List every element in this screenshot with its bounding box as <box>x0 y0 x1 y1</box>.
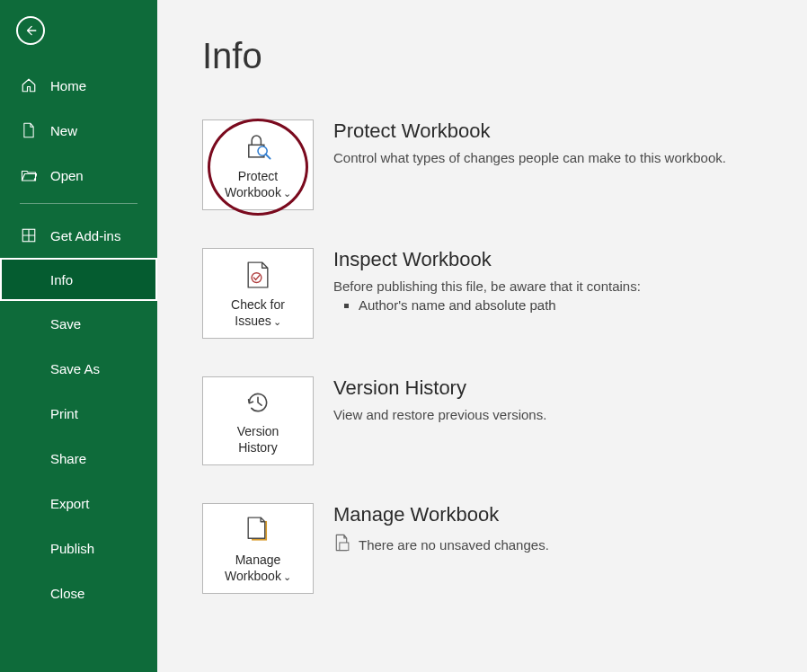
sidebar-label-open: Open <box>50 168 84 183</box>
sidebar-label-save: Save <box>50 316 81 332</box>
sidebar-item-open[interactable]: Open <box>0 153 157 198</box>
manage-workbook-label: Manage Workbook⌄ <box>225 553 291 584</box>
sidebar-item-saveas[interactable]: Save As <box>0 346 157 391</box>
chevron-down-icon: ⌄ <box>273 316 281 329</box>
protect-tile-label: Protect Workbook⌄ <box>225 169 291 200</box>
manage-desc: There are no unsaved changes. <box>359 537 549 553</box>
version-heading: Version History <box>333 376 546 400</box>
check-issues-icon <box>244 260 272 290</box>
version-desc: View and restore previous versions. <box>333 407 546 422</box>
protect-workbook-tile[interactable]: Protect Workbook⌄ <box>202 119 314 210</box>
sidebar-label-addins: Get Add-ins <box>50 228 120 243</box>
chevron-down-icon: ⌄ <box>283 571 291 584</box>
version-history-tile[interactable]: Version History <box>202 376 314 465</box>
row-protect: Protect Workbook⌄ Protect Workbook Contr… <box>202 119 771 210</box>
back-arrow-icon <box>24 24 37 37</box>
sidebar-label-print: Print <box>50 406 78 421</box>
sidebar-label-info: Info <box>50 272 73 287</box>
version-section-text: Version History View and restore previou… <box>333 376 546 422</box>
row-inspect: Check for Issues⌄ Inspect Workbook Befor… <box>202 248 771 339</box>
sidebar-item-export[interactable]: Export <box>0 481 157 526</box>
sidebar-item-print[interactable]: Print <box>0 391 157 436</box>
inspect-bullet-1: Author's name and absolute path <box>359 297 641 313</box>
sidebar-item-addins[interactable]: Get Add-ins <box>0 213 157 258</box>
check-issues-tile[interactable]: Check for Issues⌄ <box>202 248 314 339</box>
version-history-icon <box>244 388 272 417</box>
sidebar-label-share: Share <box>50 451 86 466</box>
protect-icon <box>243 131 273 162</box>
sidebar-item-info[interactable]: Info <box>0 258 157 301</box>
inspect-desc: Before publishing this file, be aware th… <box>333 279 641 294</box>
check-issues-label: Check for Issues⌄ <box>231 297 285 329</box>
home-icon <box>20 76 38 94</box>
manage-status-row: There are no unsaved changes. <box>333 534 549 555</box>
open-icon <box>20 166 38 184</box>
manage-heading: Manage Workbook <box>333 503 549 526</box>
chevron-down-icon: ⌄ <box>283 188 291 200</box>
inspect-heading: Inspect Workbook <box>333 248 641 271</box>
sidebar-item-home[interactable]: Home <box>0 63 157 108</box>
sidebar-item-publish[interactable]: Publish <box>0 526 157 570</box>
row-version: Version History Version History View and… <box>202 376 771 465</box>
addins-icon <box>20 226 38 244</box>
manage-section-text: Manage Workbook There are no unsaved cha… <box>333 503 549 555</box>
inspect-bullets: Author's name and absolute path <box>333 297 641 313</box>
protect-heading: Protect Workbook <box>333 119 726 143</box>
protect-desc: Control what types of changes people can… <box>333 150 726 165</box>
sidebar-label-publish: Publish <box>50 541 94 556</box>
main-content: Info Protect Workbook⌄ Protect Workbook … <box>157 0 807 672</box>
sidebar-label-export: Export <box>50 496 89 511</box>
manage-workbook-tile[interactable]: Manage Workbook⌄ <box>202 503 314 594</box>
svg-rect-5 <box>340 543 349 551</box>
sidebar: Home New Open Get Add-ins Info Save Save… <box>0 0 157 672</box>
version-history-label: Version History <box>237 424 279 455</box>
new-icon <box>20 121 38 139</box>
sidebar-label-new: New <box>50 123 77 138</box>
sidebar-item-save[interactable]: Save <box>0 301 157 346</box>
sidebar-label-saveas: Save As <box>50 361 100 376</box>
document-icon <box>333 534 350 555</box>
row-manage: Manage Workbook⌄ Manage Workbook There a… <box>202 503 771 594</box>
sidebar-label-close: Close <box>50 586 84 601</box>
sidebar-label-home: Home <box>50 78 86 93</box>
sidebar-item-new[interactable]: New <box>0 108 157 153</box>
sidebar-divider <box>20 203 137 204</box>
protect-section-text: Protect Workbook Control what types of c… <box>333 119 726 165</box>
page-title: Info <box>202 36 771 76</box>
back-button[interactable] <box>16 16 45 45</box>
sidebar-item-share[interactable]: Share <box>0 436 157 481</box>
inspect-section-text: Inspect Workbook Before publishing this … <box>333 248 641 313</box>
manage-workbook-icon <box>244 515 272 545</box>
sidebar-item-close[interactable]: Close <box>0 570 157 615</box>
